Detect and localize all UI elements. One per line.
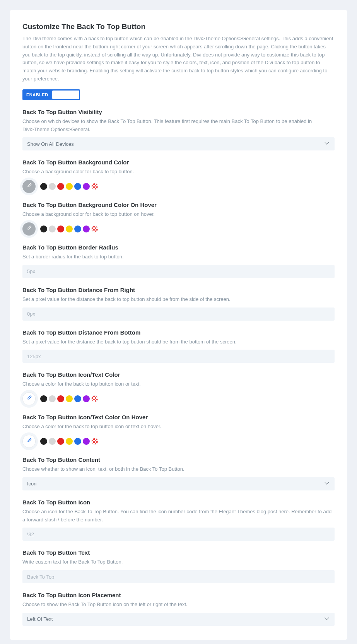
- input-value: 0px: [27, 311, 35, 317]
- icon-input[interactable]: \32: [22, 528, 335, 541]
- section-bg-color-hover: Back To Top Button Background Color On H…: [22, 202, 335, 236]
- section-desc: Choose a color for the back to top butto…: [22, 423, 335, 431]
- visibility-select[interactable]: Show On All Devices: [22, 137, 335, 150]
- color-swatch-transparent[interactable]: [91, 395, 98, 402]
- color-swatch[interactable]: [40, 395, 47, 402]
- section-icon: Back To Top Button Icon Choose an icon f…: [22, 499, 335, 541]
- section-icon-color: Back To Top Button Icon/Text Color Choos…: [22, 371, 335, 405]
- color-swatch[interactable]: [74, 438, 81, 445]
- placement-select[interactable]: Left Of Text: [22, 613, 335, 626]
- distance-bottom-input[interactable]: 125px: [22, 350, 335, 363]
- color-swatch[interactable]: [83, 225, 90, 232]
- color-swatch[interactable]: [49, 225, 56, 232]
- eyedropper-button[interactable]: [22, 392, 36, 405]
- select-value: Icon: [27, 481, 37, 487]
- section-desc: Choose to show the Back To Top Button ic…: [22, 601, 335, 609]
- color-picker-row: [22, 392, 335, 405]
- color-swatch[interactable]: [40, 183, 47, 190]
- section-desc: Choose on which devices to show the Back…: [22, 118, 335, 134]
- color-picker-row: [22, 435, 335, 448]
- section-title: Back To Top Button Visibility: [22, 109, 335, 115]
- color-swatch[interactable]: [49, 183, 56, 190]
- section-title: Back To Top Button Distance From Bottom: [22, 329, 335, 336]
- color-swatch[interactable]: [83, 183, 90, 190]
- section-desc: Set a pixel value for the distance the b…: [22, 338, 335, 346]
- eyedropper-icon: [26, 183, 32, 190]
- input-value: 125px: [27, 354, 41, 359]
- section-desc: Write custom text for the Back To Top Bu…: [22, 558, 335, 566]
- color-swatch[interactable]: [74, 395, 81, 402]
- main-description: The Divi theme comes with a back to top …: [22, 35, 335, 83]
- section-desc: Choose an icon for the Back To Top Butto…: [22, 508, 335, 524]
- toggle-knob: [52, 91, 79, 99]
- chevron-down-icon: [325, 617, 330, 622]
- section-distance-right: Back To Top Button Distance From Right S…: [22, 287, 335, 321]
- color-swatch[interactable]: [49, 438, 56, 445]
- section-distance-bottom: Back To Top Button Distance From Bottom …: [22, 329, 335, 363]
- enabled-toggle[interactable]: ENABLED: [22, 89, 80, 100]
- section-title: Back To Top Button Content: [22, 456, 335, 463]
- color-swatch[interactable]: [57, 225, 64, 232]
- color-swatch[interactable]: [57, 438, 64, 445]
- section-border-radius: Back To Top Button Border Radius Set a b…: [22, 244, 335, 278]
- section-title: Back To Top Button Icon Placement: [22, 592, 335, 598]
- input-value: 5px: [27, 268, 35, 274]
- distance-right-input[interactable]: 0px: [22, 307, 335, 321]
- select-value: Left Of Text: [27, 616, 53, 622]
- color-swatch[interactable]: [40, 225, 47, 232]
- section-content: Back To Top Button Content Choose whethe…: [22, 456, 335, 490]
- color-swatch[interactable]: [66, 183, 73, 190]
- color-swatch[interactable]: [66, 395, 73, 402]
- color-picker-row: [22, 180, 335, 193]
- main-title: Customize The Back To Top Button: [22, 22, 335, 31]
- section-desc: Choose whether to show an icon, text, or…: [22, 465, 335, 473]
- chevron-down-icon: [325, 482, 330, 486]
- color-swatch[interactable]: [66, 438, 73, 445]
- section-text: Back To Top Button Text Write custom tex…: [22, 549, 335, 583]
- section-title: Back To Top Button Icon: [22, 499, 335, 506]
- eyedropper-icon: [26, 395, 32, 402]
- section-desc: Set a border radius for the back to top …: [22, 253, 335, 261]
- color-swatch[interactable]: [83, 395, 90, 402]
- eyedropper-icon: [26, 438, 32, 445]
- section-title: Back To Top Button Distance From Right: [22, 287, 335, 293]
- section-title: Back To Top Button Background Color On H…: [22, 202, 335, 208]
- section-bg-color: Back To Top Button Background Color Choo…: [22, 159, 335, 193]
- section-desc: Choose a background color for back to to…: [22, 168, 335, 176]
- color-swatch-transparent[interactable]: [91, 438, 98, 445]
- section-placement: Back To Top Button Icon Placement Choose…: [22, 592, 335, 626]
- section-icon-color-hover: Back To Top Button Icon/Text Color On Ho…: [22, 414, 335, 448]
- section-desc: Set a pixel value for the distance the b…: [22, 296, 335, 304]
- eyedropper-button[interactable]: [22, 180, 36, 193]
- eyedropper-icon: [26, 225, 32, 232]
- text-input[interactable]: Back To Top: [22, 570, 335, 583]
- eyedropper-button[interactable]: [22, 435, 36, 448]
- color-swatch[interactable]: [40, 438, 47, 445]
- section-title: Back To Top Button Background Color: [22, 159, 335, 166]
- section-desc: Choose a background color for back to to…: [22, 210, 335, 219]
- color-swatch-transparent[interactable]: [91, 225, 98, 232]
- input-value: \32: [27, 531, 34, 537]
- color-swatch[interactable]: [83, 438, 90, 445]
- input-value: Back To Top: [27, 574, 54, 580]
- color-swatch[interactable]: [57, 183, 64, 190]
- chevron-down-icon: [325, 142, 330, 146]
- settings-panel: Customize The Back To Top Button The Div…: [10, 10, 347, 640]
- color-swatch[interactable]: [49, 395, 56, 402]
- color-swatch-transparent[interactable]: [91, 183, 98, 190]
- section-title: Back To Top Button Text: [22, 549, 335, 556]
- section-desc: Choose a color for the back to top butto…: [22, 380, 335, 388]
- section-title: Back To Top Button Icon/Text Color: [22, 371, 335, 378]
- toggle-label: ENABLED: [26, 92, 48, 97]
- eyedropper-button[interactable]: [22, 222, 36, 236]
- color-swatch[interactable]: [57, 395, 64, 402]
- color-swatch[interactable]: [74, 183, 81, 190]
- content-select[interactable]: Icon: [22, 477, 335, 490]
- border-radius-input[interactable]: 5px: [22, 265, 335, 278]
- color-swatch[interactable]: [74, 225, 81, 232]
- section-title: Back To Top Button Icon/Text Color On Ho…: [22, 414, 335, 420]
- color-swatch[interactable]: [66, 225, 73, 232]
- color-picker-row: [22, 222, 335, 236]
- section-title: Back To Top Button Border Radius: [22, 244, 335, 251]
- section-visibility: Back To Top Button Visibility Choose on …: [22, 109, 335, 151]
